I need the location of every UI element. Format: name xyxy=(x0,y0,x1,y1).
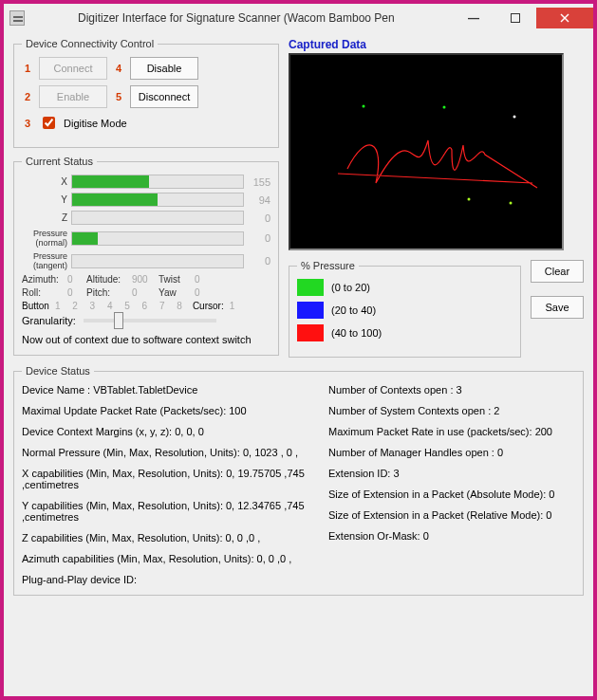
captured-data-label: Captured Data xyxy=(289,38,584,51)
pressure-legend-group: % Pressure (0 to 20) (20 to 40) (40 to 1… xyxy=(289,260,521,358)
orientation-grid: Azimuth: 0 Altitude: 900 Twist 0 Roll: 0… xyxy=(22,274,271,298)
device-status-legend: Device Status xyxy=(22,365,94,377)
svg-point-6 xyxy=(468,198,471,201)
step-3-marker: 3 xyxy=(22,118,33,129)
step-2-marker: 2 xyxy=(22,91,33,102)
pressure-tangent-label: Pressure (tangent) xyxy=(22,251,71,270)
azimuth-label: Azimuth: xyxy=(22,274,67,285)
svg-point-4 xyxy=(443,106,446,109)
z-value: 0 xyxy=(244,212,271,224)
pressure-normal-value: 0 xyxy=(244,232,271,244)
granularity-label: Granularity: xyxy=(22,315,76,326)
disable-button[interactable]: Disable xyxy=(130,57,198,80)
altitude-value: 900 xyxy=(132,274,159,285)
svg-rect-0 xyxy=(512,14,520,23)
svg-point-3 xyxy=(363,105,365,108)
close-icon xyxy=(560,13,569,23)
y-bar-fill xyxy=(72,193,158,206)
ds-device-name: Device Name : VBTablet.TabletDevice xyxy=(22,384,309,396)
app-window: Digitizer Interface for Signature Scanne… xyxy=(4,4,593,696)
pressure-normal-label: Pressure (normal) xyxy=(22,229,71,248)
ds-z-capabilities: Z capabilities (Min, Max, Resolution, Un… xyxy=(22,532,309,543)
y-value: 94 xyxy=(244,194,271,206)
ds-normal-pressure: Normal Pressure (Min, Max, Resolution, U… xyxy=(22,447,309,458)
save-button[interactable]: Save xyxy=(531,296,584,319)
y-label: Y xyxy=(22,194,71,205)
ds-max-packet-rate: Maximum Packet Rate in use (packets/sec)… xyxy=(328,426,575,437)
granularity-slider[interactable] xyxy=(84,319,216,322)
ds-context-margins: Device Context Margins (x, y, z): 0, 0, … xyxy=(22,426,309,437)
ds-max-update-rate: Maximal Update Packet Rate (Packets/sec)… xyxy=(22,405,309,416)
connect-button[interactable]: Connect xyxy=(39,57,107,80)
step-4-marker: 4 xyxy=(113,63,124,74)
legend-text-low: (0 to 20) xyxy=(331,282,370,293)
x-value: 155 xyxy=(244,176,271,188)
connectivity-group: Device Connectivity Control 1 Connect 4 … xyxy=(13,38,279,148)
minimize-button[interactable]: — xyxy=(453,8,494,28)
twist-value: 0 xyxy=(195,274,215,285)
ds-system-contexts: Number of System Contexts open : 2 xyxy=(328,405,575,416)
digitise-label: Digitise Mode xyxy=(64,118,127,129)
signature-canvas[interactable] xyxy=(289,53,564,250)
twist-label: Twist xyxy=(159,274,195,285)
clear-button[interactable]: Clear xyxy=(531,260,584,283)
svg-point-7 xyxy=(510,202,513,205)
roll-label: Roll: xyxy=(22,287,67,298)
ds-manager-handles: Number of Manager Handles open : 0 xyxy=(328,447,575,458)
x-bar-fill xyxy=(72,175,149,188)
ds-ext-absolute: Size of Extension in a Packet (Absolute … xyxy=(328,488,575,500)
yaw-label: Yaw xyxy=(159,287,195,298)
z-label: Z xyxy=(22,212,71,223)
azimuth-value: 0 xyxy=(67,274,86,285)
cursor-label: Cursor: xyxy=(193,301,224,311)
titlebar: Digitizer Interface for Signature Scanne… xyxy=(4,4,593,32)
ds-ext-relative: Size of Extension in a Packet (Relative … xyxy=(328,509,575,521)
signature-path xyxy=(290,55,564,250)
pressure-tangent-value: 0 xyxy=(244,255,271,267)
ds-x-capabilities: X capabilities (Min, Max, Resolution, Un… xyxy=(22,468,309,490)
svg-point-5 xyxy=(513,116,516,119)
current-status-group: Current Status X 155 Y 94 Z 0 xyxy=(13,156,279,356)
legend-swatch-high xyxy=(297,324,324,341)
pressure-normal-bar xyxy=(71,231,244,246)
ds-extension-id: Extension ID: 3 xyxy=(328,468,575,479)
step-5-marker: 5 xyxy=(113,91,124,102)
device-status-group: Device Status Device Name : VBTablet.Tab… xyxy=(13,365,584,596)
y-bar xyxy=(71,193,244,207)
window-title: Digitizer Interface for Signature Scanne… xyxy=(30,11,453,25)
app-icon xyxy=(9,10,25,26)
pressure-tangent-bar xyxy=(71,254,244,268)
pressure-normal-fill xyxy=(72,232,98,245)
button-label: Button xyxy=(22,301,49,311)
ds-contexts-open: Number of Contexts open : 3 xyxy=(328,384,575,396)
x-label: X xyxy=(22,176,71,187)
pitch-value: 0 xyxy=(132,287,159,298)
roll-value: 0 xyxy=(67,287,86,298)
yaw-value: 0 xyxy=(195,287,215,298)
x-bar xyxy=(71,175,244,189)
ds-pnp-id: Plug-and-Play device ID: xyxy=(22,574,309,585)
ds-y-capabilities: Y capabilities (Min, Max, Resolution, Un… xyxy=(22,500,309,523)
altitude-label: Altitude: xyxy=(86,274,132,285)
maximize-button[interactable] xyxy=(494,8,536,28)
pressure-legend-label: % Pressure xyxy=(297,260,359,271)
disconnect-button[interactable]: Disconnect xyxy=(130,85,198,108)
context-message: Now out of context due to software conte… xyxy=(22,334,271,345)
pitch-label: Pitch: xyxy=(86,287,132,298)
legend-text-high: (40 to 100) xyxy=(331,327,382,339)
digitise-checkbox[interactable] xyxy=(43,117,55,129)
current-status-legend: Current Status xyxy=(22,156,97,167)
close-button[interactable] xyxy=(536,8,593,28)
z-bar xyxy=(71,211,244,225)
legend-text-mid: (20 to 40) xyxy=(331,304,376,316)
legend-swatch-mid xyxy=(297,302,324,319)
maximize-icon xyxy=(511,13,520,23)
connectivity-legend: Device Connectivity Control xyxy=(22,38,158,49)
cursor-value: 1 xyxy=(230,301,235,311)
enable-button[interactable]: Enable xyxy=(39,85,107,108)
ds-azimuth-capabilities: Azimuth capabilities (Min, Max, Resoluti… xyxy=(22,553,309,564)
ds-ext-ormask: Extension Or-Mask: 0 xyxy=(328,530,575,542)
legend-swatch-low xyxy=(297,279,324,296)
step-1-marker: 1 xyxy=(22,63,33,74)
button-numbers: 1 2 3 4 5 6 7 8 xyxy=(55,301,187,311)
